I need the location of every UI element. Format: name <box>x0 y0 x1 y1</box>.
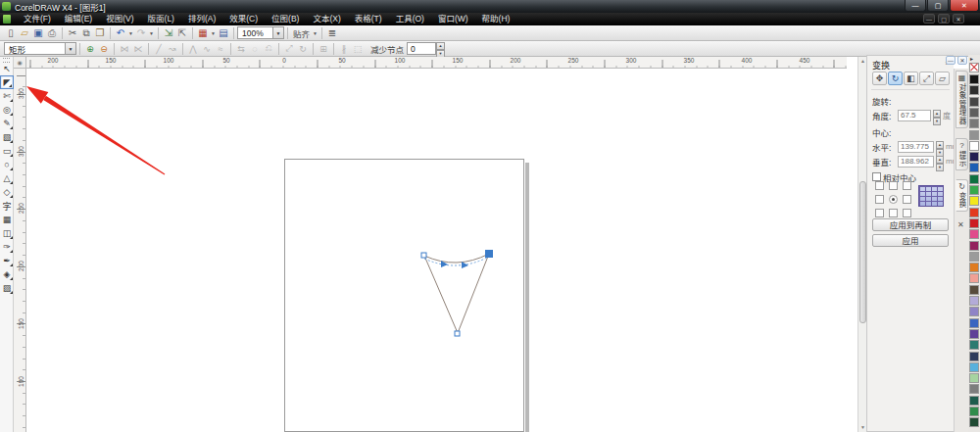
color-swatch[interactable] <box>969 373 979 383</box>
rotate-nodes-icon[interactable]: ↻ <box>296 42 310 56</box>
transform-skew-tab[interactable]: ▱ <box>935 72 950 85</box>
extract-subpath-icon[interactable]: ⎌ <box>262 42 275 56</box>
doc-restore-button[interactable]: ▢ <box>938 14 950 24</box>
table-tool[interactable]: ▦ <box>0 213 14 226</box>
preset-list-combo[interactable]: 矩形 ▼ <box>4 42 76 55</box>
color-swatch[interactable] <box>969 307 979 316</box>
color-swatch[interactable] <box>969 252 979 262</box>
page[interactable] <box>284 159 524 432</box>
palette-flyout-icon[interactable]: ▸ <box>970 55 973 62</box>
anchor-cell-5[interactable] <box>903 195 911 204</box>
object-manager-docker-tab[interactable]: ▦对象管理器 <box>956 71 968 128</box>
color-swatch[interactable] <box>969 85 979 95</box>
color-swatch[interactable] <box>969 407 979 416</box>
delete-node-icon[interactable]: ⊖ <box>97 42 111 56</box>
transform-position-tab[interactable]: ✥ <box>872 72 887 85</box>
doc-minimize-button[interactable]: — <box>923 14 935 24</box>
copy-icon[interactable]: ⧉ <box>79 26 93 40</box>
reduce-nodes-stepper[interactable]: ▲▼ <box>436 42 445 55</box>
horizontal-ruler[interactable]: 20015010050050100150200250300350400450 <box>26 57 847 69</box>
redo-icon[interactable]: ↷ <box>134 26 148 40</box>
chevron-down-icon[interactable]: ▼ <box>272 27 283 38</box>
shape-tool[interactable]: ◤ <box>0 75 14 89</box>
text-tool[interactable]: 字 <box>0 199 14 213</box>
color-swatch[interactable] <box>969 229 979 239</box>
color-swatch[interactable] <box>969 74 979 84</box>
color-swatch[interactable] <box>969 196 979 206</box>
menu-item-1[interactable]: 编辑(E) <box>58 13 99 25</box>
minimize-button[interactable]: — <box>905 0 926 12</box>
smart-fill-tool[interactable]: ▧ <box>0 130 14 144</box>
color-swatch[interactable] <box>969 108 979 118</box>
relative-center-checkbox[interactable] <box>872 172 881 181</box>
angle-input[interactable] <box>898 110 931 121</box>
symmetrical-node-icon[interactable]: ≈ <box>214 42 227 56</box>
anchor-cell-0[interactable] <box>875 181 884 190</box>
docker-strip-close-icon[interactable]: ✕ <box>957 220 964 229</box>
color-swatch[interactable] <box>969 417 979 427</box>
chevron-down-icon[interactable]: ▼ <box>65 43 75 54</box>
new-document-icon[interactable]: ▯ <box>4 26 18 40</box>
blend-tool[interactable]: ◫ <box>0 226 14 240</box>
transform-rotate-tab[interactable]: ↻ <box>888 72 903 85</box>
color-swatch[interactable] <box>969 263 979 272</box>
snap-to-button[interactable]: 贴齐 ▼ <box>291 27 318 39</box>
elastic-mode-icon[interactable]: ∦ <box>337 42 351 56</box>
freehand-tool[interactable]: ✎ <box>0 117 14 130</box>
menu-item-9[interactable]: 工具(O) <box>389 13 431 25</box>
cusp-node-icon[interactable]: ⋀ <box>186 42 200 56</box>
no-color-swatch[interactable] <box>969 63 979 72</box>
stretch-nodes-icon[interactable]: ⤢ <box>282 42 296 56</box>
convert-to-curve-icon[interactable]: ↝ <box>166 42 179 56</box>
menu-item-8[interactable]: 表格(T) <box>348 13 389 25</box>
color-swatch[interactable] <box>969 340 979 350</box>
convert-to-line-icon[interactable]: ╱ <box>152 42 166 56</box>
menu-item-7[interactable]: 文本(X) <box>306 13 347 25</box>
chevron-down-icon[interactable]: ▼ <box>210 30 217 36</box>
close-button[interactable]: ✕ <box>950 0 979 12</box>
color-swatch[interactable] <box>969 273 979 283</box>
break-curve-icon[interactable]: ⋉ <box>131 42 145 56</box>
vertical-scrollbar[interactable]: ▲ ▼ <box>858 57 866 432</box>
zoom-tool[interactable]: ◎ <box>0 103 14 117</box>
chevron-down-icon[interactable]: ▼ <box>148 30 155 36</box>
menu-item-5[interactable]: 效果(C) <box>222 13 265 25</box>
anchor-cell-6[interactable] <box>875 209 884 217</box>
color-swatch[interactable] <box>969 329 979 339</box>
menu-item-4[interactable]: 排列(A) <box>181 13 222 25</box>
color-swatch[interactable] <box>969 352 979 361</box>
menu-item-10[interactable]: 窗口(W) <box>431 13 475 25</box>
close-curve-icon[interactable]: ◌ <box>248 42 262 56</box>
interactive-fill-tool[interactable]: ▨ <box>0 281 14 295</box>
save-icon[interactable]: ▣ <box>31 26 45 40</box>
paste-icon[interactable]: ❐ <box>93 26 107 40</box>
menu-item-11[interactable]: 帮助(H) <box>475 13 517 25</box>
doc-close-button[interactable]: ✕ <box>953 14 964 24</box>
chevron-down-icon[interactable]: ▼ <box>127 30 134 36</box>
eyedropper-tool[interactable]: ✑ <box>0 240 14 254</box>
color-swatch[interactable] <box>969 130 979 140</box>
transform-size-tab[interactable]: ⤢ <box>919 72 934 85</box>
drawing-canvas[interactable] <box>26 69 858 432</box>
hints-docker-tab[interactable]: ?提示 <box>956 138 968 170</box>
docker-minimize-button[interactable]: — <box>946 56 956 65</box>
transform-docker-tab[interactable]: ↻变换 <box>956 179 968 212</box>
options-icon[interactable]: ≣ <box>325 26 339 40</box>
center-horizontal-input[interactable] <box>898 141 934 153</box>
anchor-cell-2[interactable] <box>903 181 911 190</box>
zoom-level-combo[interactable]: 100% ▼ <box>237 26 284 39</box>
horizontal-stepper[interactable]: ▲▼ <box>936 141 944 153</box>
anchor-cell-1[interactable] <box>889 181 898 190</box>
cut-icon[interactable]: ✂ <box>66 26 79 40</box>
color-swatch[interactable] <box>969 185 979 195</box>
select-all-nodes-icon[interactable]: ⬚ <box>351 42 365 56</box>
app-launcher-icon[interactable]: ▦ <box>196 26 210 40</box>
undo-icon[interactable]: ↶ <box>114 26 127 40</box>
align-nodes-icon[interactable]: ⊞ <box>317 42 330 56</box>
color-swatch[interactable] <box>969 285 979 295</box>
basic-shapes-tool[interactable]: ◇ <box>0 185 14 199</box>
rectangle-tool[interactable]: ▭ <box>0 144 14 158</box>
crop-tool[interactable]: ✄ <box>0 89 14 103</box>
welcome-screen-icon[interactable]: ▤ <box>217 26 230 40</box>
center-vertical-input[interactable] <box>898 156 934 168</box>
